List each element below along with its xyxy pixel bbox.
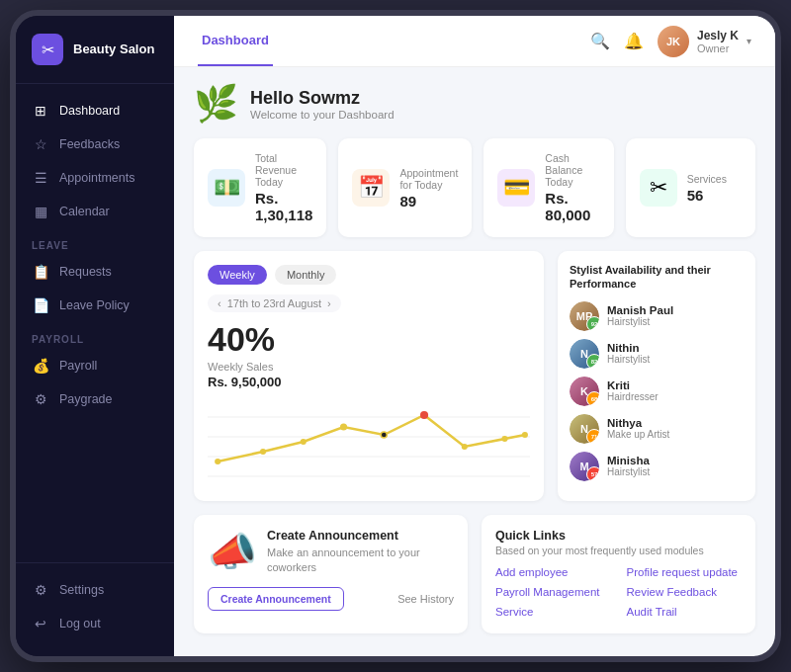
sidebar-item-label: Dashboard <box>59 104 120 118</box>
user-info[interactable]: JK Jesly K Owner ▾ <box>658 26 751 57</box>
weekly-btn[interactable]: Weekly <box>208 265 267 285</box>
see-history-link[interactable]: See History <box>397 593 454 605</box>
score-badge: 82 <box>586 354 599 369</box>
stat-info-cash: Cash Balance Today Rs. 80,000 <box>545 152 599 223</box>
stylist-role: Hairstylist <box>607 354 650 365</box>
plant-icon: 🌿 <box>194 83 238 125</box>
stylist-info: Kriti Hairdresser <box>607 379 659 402</box>
calendar-icon: ▦ <box>32 204 49 219</box>
header: Dashboard 🔍 🔔 JK Jesly K Owner ▾ <box>174 16 775 67</box>
date-navigator[interactable]: ‹ 17th to 23rd August › <box>208 294 341 312</box>
sidebar-item-settings[interactable]: ⚙ Settings <box>16 573 174 607</box>
sidebar-item-payroll[interactable]: 💰 Payroll <box>16 349 174 382</box>
quick-link-payroll[interactable]: Payroll Management <box>495 584 611 600</box>
chart-section: Weekly Monthly ‹ 17th to 23rd August › 4… <box>194 251 544 501</box>
quick-link-review-feedback[interactable]: Review Feedback <box>627 584 743 600</box>
sidebar-item-feedbacks[interactable]: ☆ Feedbacks <box>16 127 174 161</box>
stylist-info: Nithya Make up Artist <box>607 417 669 440</box>
stylist-info: Nithin Hairstylist <box>607 342 650 365</box>
svg-point-11 <box>501 436 507 442</box>
svg-point-9 <box>420 411 428 419</box>
stat-value: Rs. 1,30,118 <box>255 190 312 223</box>
sidebar-item-calendar[interactable]: ▦ Calendar <box>16 195 174 228</box>
announcement-text: Create Announcement Make an announcement… <box>267 529 454 576</box>
announcement-actions: Create Announcement See History <box>208 587 454 611</box>
notification-icon[interactable]: 🔔 <box>624 32 644 50</box>
stat-label: Appointment for Today <box>399 167 458 191</box>
stylist-name: Nithin <box>607 342 650 354</box>
avatar: JK <box>658 26 689 57</box>
feedbacks-icon: ☆ <box>32 136 49 152</box>
announcement-inner: 📣 Create Announcement Make an announceme… <box>208 529 454 576</box>
next-arrow[interactable]: › <box>327 297 331 309</box>
sidebar-item-dashboard[interactable]: ⊞ Dashboard <box>16 94 174 127</box>
stat-label: Total Revenue Today <box>255 152 312 188</box>
sidebar-item-logout[interactable]: ↩ Log out <box>16 607 174 640</box>
search-icon[interactable]: 🔍 <box>590 32 610 50</box>
quick-link-add-employee[interactable]: Add employee <box>495 564 611 580</box>
requests-icon: 📋 <box>32 264 49 280</box>
stylist-name: Minisha <box>607 455 650 466</box>
monthly-btn[interactable]: Monthly <box>275 265 337 285</box>
sidebar-item-label: Appointments <box>59 171 134 185</box>
sidebar: ✂ Beauty Salon ⊞ Dashboard ☆ Feedbacks ☰… <box>16 16 174 656</box>
create-announcement-button[interactable]: Create Announcement <box>208 587 344 611</box>
stat-card-cash: 💳 Cash Balance Today Rs. 80,000 <box>483 138 613 237</box>
sidebar-item-appointments[interactable]: ☰ Appointments <box>16 161 174 195</box>
sidebar-item-leave-policy[interactable]: 📄 Leave Policy <box>16 289 174 322</box>
chart-percentage: 40% <box>208 320 530 359</box>
payroll-icon: 💰 <box>32 358 49 374</box>
main-content: Dashboard 🔍 🔔 JK Jesly K Owner ▾ <box>174 16 775 656</box>
cash-icon: 💳 <box>497 169 535 207</box>
svg-point-8 <box>381 432 387 438</box>
quick-link-audit-trail[interactable]: Audit Trail <box>627 604 743 620</box>
tab-dashboard[interactable]: Dashboard <box>198 16 273 66</box>
announcement-description: Make an announcement to your coworkers <box>267 546 454 576</box>
stat-card-services: ✂ Services 56 <box>626 138 755 237</box>
brand-name: Beauty Salon <box>73 42 154 57</box>
sidebar-item-paygrade[interactable]: ⚙ Paygrade <box>16 382 174 416</box>
header-actions: 🔍 🔔 JK Jesly K Owner ▾ <box>590 26 751 57</box>
chart-controls: Weekly Monthly <box>208 265 530 285</box>
score-badge: 92 <box>586 316 599 331</box>
svg-point-10 <box>462 444 468 450</box>
greeting-row: 🌿 Hello Sowmz Welcome to your Dashboard <box>194 83 755 125</box>
stat-value: Rs. 80,000 <box>545 190 599 223</box>
user-name: Jesly K <box>697 29 739 42</box>
svg-point-7 <box>340 424 347 431</box>
leave-section-label: LEAVE <box>16 228 174 255</box>
avatar: MP 92 <box>570 301 599 331</box>
svg-point-12 <box>522 432 528 438</box>
user-role: Owner <box>697 42 739 54</box>
score-badge: 68 <box>586 391 599 406</box>
sidebar-item-label: Log out <box>59 617 101 630</box>
list-item: MP 92 Manish Paul Hairstylist <box>570 301 744 331</box>
score-badge: 71 <box>586 429 599 444</box>
quick-link-profile-request[interactable]: Profile request update <box>627 564 743 580</box>
list-item: K 68 Kriti Hairdresser <box>570 377 744 406</box>
services-icon: ✂ <box>640 169 677 207</box>
stylist-role: Make up Artist <box>607 429 669 440</box>
chart-amount: Rs. 9,50,000 <box>208 375 530 389</box>
date-range-label: 17th to 23rd August <box>227 297 321 309</box>
quick-links-subtitle: Based on your most frequently used modul… <box>495 545 742 556</box>
quick-links-title: Quick Links <box>495 529 742 543</box>
prev-arrow[interactable]: ‹ <box>218 297 221 309</box>
stat-info-revenue: Total Revenue Today Rs. 1,30,118 <box>255 152 312 223</box>
settings-icon: ⚙ <box>32 582 49 598</box>
sidebar-item-label: Settings <box>59 583 104 597</box>
appointments-icon: ☰ <box>32 170 49 186</box>
payroll-section-label: PAYROLL <box>16 322 174 349</box>
announcement-title: Create Announcement <box>267 529 454 543</box>
stat-value: 89 <box>399 193 458 210</box>
quick-link-service[interactable]: Service <box>495 604 611 620</box>
sidebar-item-label: Requests <box>59 265 112 279</box>
header-tabs: Dashboard <box>198 16 273 66</box>
avatar: K 68 <box>570 377 599 406</box>
sidebar-bottom: ⚙ Settings ↩ Log out <box>16 562 174 656</box>
leave-policy-icon: 📄 <box>32 297 49 313</box>
greeting-name: Hello Sowmz <box>250 88 395 109</box>
stylist-section: Stylist Availability and their Performan… <box>558 251 755 501</box>
svg-point-5 <box>260 449 266 455</box>
sidebar-item-requests[interactable]: 📋 Requests <box>16 255 174 289</box>
